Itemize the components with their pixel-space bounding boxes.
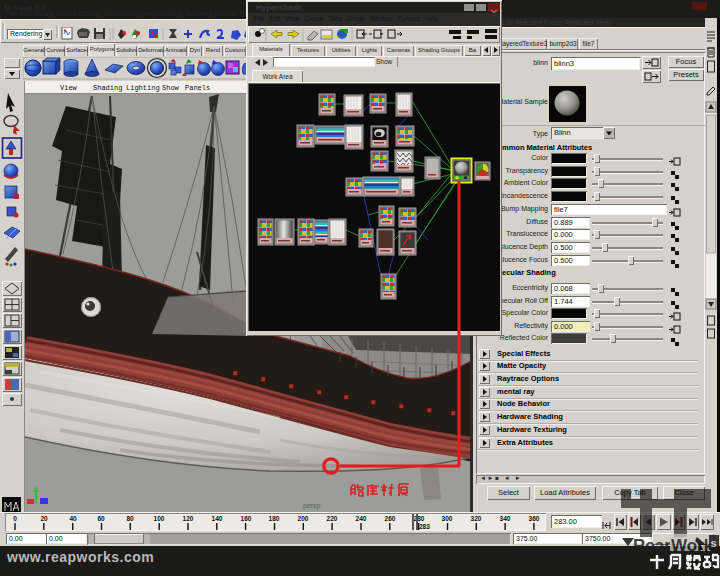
svg-text:140: 140	[212, 515, 223, 522]
svg-text:280: 280	[414, 515, 425, 522]
svg-text:60: 60	[97, 515, 105, 522]
svg-text:220: 220	[327, 515, 338, 522]
svg-text:120: 120	[183, 515, 194, 522]
svg-text:20: 20	[40, 515, 48, 522]
svg-text:240: 240	[356, 515, 367, 522]
svg-text:260: 260	[385, 515, 396, 522]
svg-text:160: 160	[241, 515, 252, 522]
svg-text:283: 283	[419, 523, 430, 530]
svg-text:200: 200	[298, 515, 309, 522]
svg-text:360: 360	[529, 515, 540, 522]
svg-text:80: 80	[126, 515, 134, 522]
svg-text:300: 300	[442, 515, 453, 522]
svg-text:persp: persp	[303, 502, 321, 510]
svg-text:340: 340	[500, 515, 511, 522]
svg-text:0: 0	[13, 515, 17, 522]
svg-text:100: 100	[154, 515, 165, 522]
svg-text:320: 320	[471, 515, 482, 522]
svg-text:180: 180	[269, 515, 280, 522]
svg-text:40: 40	[69, 515, 77, 522]
svg-text:Y: Y	[33, 485, 37, 491]
